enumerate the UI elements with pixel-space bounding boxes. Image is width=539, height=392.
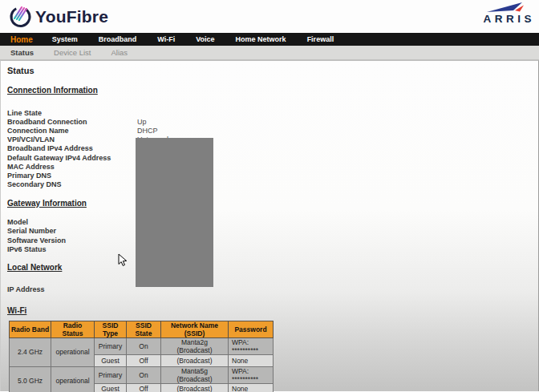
cell-ssid-state: On: [127, 337, 161, 354]
cell-network-name: (Broadcast): [161, 383, 229, 392]
nav-item-voice[interactable]: Voice: [185, 35, 225, 43]
info-label: Primary DNS: [7, 172, 137, 180]
cell-radio-band: 5.0 GHz: [10, 366, 51, 392]
info-label: Serial Number: [7, 227, 137, 235]
cell-ssid-type: Guest: [95, 383, 127, 392]
info-label: IPv6 Status: [7, 245, 137, 253]
info-label: Broadband Connection: [7, 118, 137, 126]
section-heading-local-network: Local Network: [7, 263, 538, 272]
info-value: Up: [137, 118, 147, 126]
cell-ssid-state: Off: [127, 354, 161, 366]
info-value: DHCP: [137, 127, 158, 135]
cell-ssid-type: Primary: [95, 337, 127, 354]
youfibre-logo: YouFibre: [8, 4, 108, 29]
info-row-mac-address: MAC Address: [7, 162, 538, 171]
subnav-item-status[interactable]: Status: [10, 48, 34, 57]
col-header-ssid-type: SSID Type: [95, 321, 127, 337]
info-label: VPI/VCI/VLAN: [7, 135, 137, 143]
section-heading-gateway-information: Gateway Information: [7, 199, 538, 208]
info-row-secondary-dns: Secondary DNS: [7, 180, 538, 189]
subnav-item-device-list[interactable]: Device List: [54, 48, 91, 57]
nav-item-firewall[interactable]: Firewall: [297, 35, 345, 43]
info-label: Connection Name: [7, 127, 137, 135]
info-row-default-gateway-ipv4: Default Gateway IPv4 Address: [7, 153, 538, 162]
info-row-software-version: Software Version: [7, 236, 538, 244]
nav-item-home-network[interactable]: Home Network: [225, 35, 297, 43]
main-nav: Home System Broadband Wi-Fi Voice Home N…: [0, 33, 539, 46]
cell-radio-status: operational: [51, 366, 95, 392]
info-label: MAC Address: [7, 163, 137, 171]
cell-ssid-state: Off: [127, 383, 161, 392]
cell-ssid-type: Primary: [95, 366, 127, 383]
info-row-ipv6-status: IPv6 Status: [7, 244, 538, 253]
info-row-model: Model: [7, 218, 538, 227]
cell-ssid-type: Guest: [95, 354, 127, 366]
info-row-broadband-ipv4: Broadband IPv4 Address: [7, 144, 538, 153]
info-row-ip-address: IP Address: [7, 285, 538, 293]
nav-item-broadband[interactable]: Broadband: [88, 35, 148, 43]
info-label: Model: [7, 218, 137, 226]
cell-ssid-state: On: [127, 366, 161, 383]
info-row-broadband-connection: Broadband Connection Up: [7, 117, 538, 126]
col-header-radio-band: Radio Band: [10, 321, 51, 337]
info-row-connection-name: Connection Name DHCP: [7, 126, 538, 135]
info-row-primary-dns: Primary DNS: [7, 171, 538, 180]
cell-network-name: Manta2g (Broadcast): [161, 337, 229, 354]
info-label: Line State: [7, 109, 137, 117]
cell-radio-status: operational: [51, 337, 95, 366]
col-header-ssid-state: SSID State: [127, 321, 161, 337]
subnav-item-alias[interactable]: Alias: [111, 48, 128, 57]
col-header-network-name: Network Name (SSID): [161, 321, 229, 337]
cell-password: WPA: **********: [229, 366, 274, 383]
wifi-table: Radio Band Radio Status SSID Type SSID S…: [9, 321, 274, 392]
cell-password: WPA: **********: [229, 337, 274, 354]
table-row: 5.0 GHz operational Primary On Manta5g (…: [10, 366, 274, 383]
arris-swoosh-icon: [484, 2, 532, 14]
info-label: Default Gateway IPv4 Address: [7, 154, 137, 162]
arris-logo: ARRIS: [483, 2, 532, 25]
table-row: 2.4 GHz operational Primary On Manta2g (…: [10, 337, 274, 354]
info-row-vpi-vci-vlan: VPI/VCI/VLAN Untagged: [7, 135, 538, 144]
info-label: Software Version: [7, 236, 137, 244]
cell-password: None: [229, 354, 274, 366]
info-label: Broadband IPv4 Address: [7, 144, 137, 152]
mouse-cursor-icon: [118, 253, 128, 267]
info-row-serial-number: Serial Number: [7, 227, 538, 236]
content-area: Status Connection Information Line State…: [0, 60, 539, 391]
cell-network-name: Manta5g (Broadcast): [161, 366, 229, 383]
nav-item-wifi[interactable]: Wi-Fi: [147, 35, 185, 43]
connection-information-rows: Line State Broadband Connection Up Conne…: [7, 108, 538, 189]
cell-network-name: (Broadcast): [161, 354, 229, 366]
gateway-information-rows: Model Serial Number Software Version IPv…: [7, 218, 538, 254]
youfibre-logo-text: YouFibre: [35, 7, 108, 26]
col-header-radio-status: Radio Status: [51, 321, 95, 337]
wifi-table-header-row: Radio Band Radio Status SSID Type SSID S…: [10, 321, 274, 337]
info-label: IP Address: [7, 285, 137, 293]
page-title: Status: [7, 66, 538, 75]
cell-radio-band: 2.4 GHz: [10, 337, 51, 366]
cell-password: None: [229, 383, 274, 392]
youfibre-logo-icon: [8, 4, 33, 29]
info-label: Secondary DNS: [7, 180, 137, 188]
section-heading-connection-information: Connection Information: [7, 86, 538, 95]
redacted-values-overlay: [136, 138, 213, 287]
header: YouFibre ARRIS: [0, 0, 539, 33]
col-header-password: Password: [229, 321, 274, 337]
arris-logo-text: ARRIS: [483, 13, 535, 25]
sub-nav: Status Device List Alias: [0, 46, 539, 60]
nav-item-system[interactable]: System: [42, 35, 88, 43]
info-row-line-state: Line State: [7, 108, 538, 117]
nav-item-home[interactable]: Home: [2, 35, 42, 44]
section-heading-wifi: Wi-Fi: [7, 306, 538, 315]
